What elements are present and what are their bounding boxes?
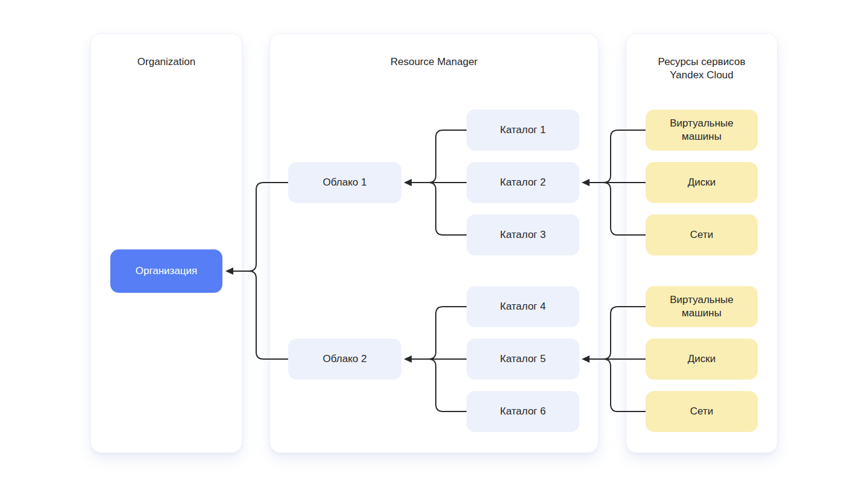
node-resource-disks-1: Диски [646, 162, 758, 203]
panel-organization-title: Organization [91, 55, 242, 69]
panel-organization: Organization [90, 33, 242, 453]
node-folder-6: Каталог 6 [467, 391, 579, 432]
node-folder-3: Каталог 3 [467, 214, 579, 255]
node-cloud-1: Облако 1 [288, 162, 401, 203]
node-resource-networks-1: Сети [646, 214, 758, 255]
node-organization: Организация [110, 249, 222, 293]
node-folder-4: Каталог 4 [467, 286, 579, 327]
panel-yandex-resources-title: Ресурсы сервисов Yandex Cloud [626, 55, 777, 82]
diagram-canvas: Organization Resource Manager Ресурсы се… [0, 0, 868, 488]
node-folder-1: Каталог 1 [467, 110, 579, 151]
node-resource-networks-2: Сети [646, 391, 758, 432]
node-resource-vms-1: Виртуальные машины [646, 110, 758, 151]
node-resource-vms-2: Виртуальные машины [646, 286, 758, 327]
node-resource-disks-2: Диски [646, 339, 758, 380]
node-folder-2: Каталог 2 [467, 162, 579, 203]
panel-resource-manager-title: Resource Manager [270, 55, 598, 69]
node-folder-5: Каталог 5 [467, 339, 579, 380]
node-cloud-2: Облако 2 [288, 339, 401, 380]
